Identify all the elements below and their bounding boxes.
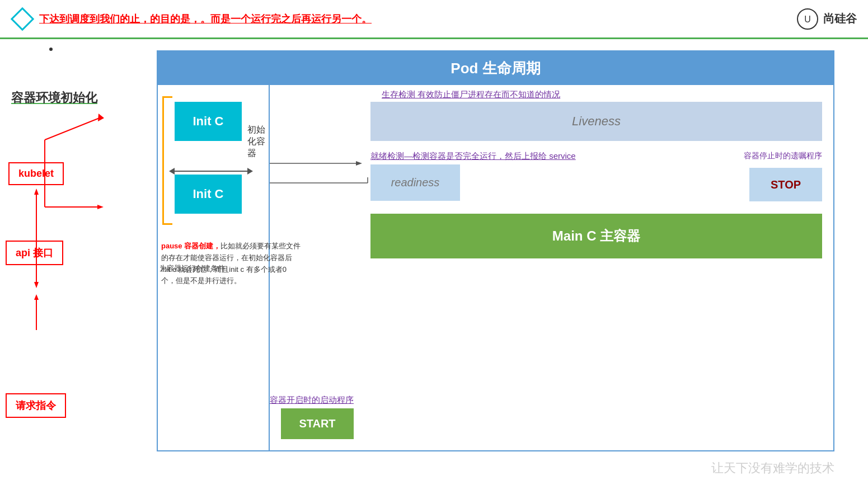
svg-marker-7 bbox=[97, 205, 104, 209]
start-box: START bbox=[281, 408, 354, 439]
arrow-line bbox=[175, 171, 247, 172]
svg-marker-11 bbox=[34, 282, 39, 288]
svg-marker-4 bbox=[98, 114, 104, 121]
init-c-bottom: Init C bbox=[175, 175, 242, 214]
svg-marker-9 bbox=[34, 189, 39, 195]
liveness-annotation: 生存检测 有效防止僵尸进程存在而不知道的情况 bbox=[382, 90, 822, 100]
orange-bracket bbox=[162, 96, 172, 225]
start-annotation: 容器开启时的启动程序 bbox=[270, 395, 354, 406]
svg-text:U: U bbox=[804, 15, 811, 24]
kubelet-box: kubelet bbox=[8, 162, 64, 185]
svg-line-3 bbox=[45, 117, 101, 140]
api-box: api 接口 bbox=[6, 241, 63, 265]
init-c-top: Init C bbox=[175, 102, 242, 141]
arrow-head-right-icon bbox=[247, 168, 253, 175]
readiness-box: readiness bbox=[370, 164, 460, 201]
init-c-label: 初始化容器 bbox=[247, 124, 269, 159]
svg-marker-13 bbox=[34, 294, 39, 300]
logo-area: U 尚硅谷 bbox=[796, 8, 857, 30]
right-section: 生存检测 有效防止僵尸进程存在而不知道的情况 Liveness 就绪检测—检测容… bbox=[270, 85, 833, 450]
stop-annotation: 容器停止时的遗嘱程序 bbox=[744, 151, 822, 161]
pause-label: pause 容器创建， bbox=[161, 242, 220, 250]
watermark: 让天下没有难学的技术 bbox=[711, 460, 834, 477]
container-init-label: 容器环境初始化 bbox=[11, 90, 97, 106]
header-text: 下达到调度到我们的止，的目的是，。而是一个运行完之后再运行另一个。 bbox=[39, 12, 796, 26]
arrow-head-left-icon bbox=[169, 168, 175, 175]
init-arrow bbox=[169, 168, 253, 175]
logo-text: 尚硅谷 bbox=[823, 11, 857, 26]
header: 下达到调度到我们的止，的目的是，。而是一个运行完之后再运行另一个。 U 尚硅谷 bbox=[0, 0, 868, 39]
request-box: 请求指令 bbox=[6, 393, 66, 418]
liveness-box: Liveness bbox=[370, 102, 822, 141]
main-c-box: Main C 主容器 bbox=[370, 214, 822, 258]
logo-icon: U bbox=[796, 8, 819, 30]
stop-box: STOP bbox=[749, 168, 822, 201]
readiness-annotation-text: 就绪检测—检测容器是否完全运行，然后上报给 service bbox=[370, 151, 576, 161]
pod-header: Pod 生命周期 bbox=[158, 51, 833, 85]
diamond-icon bbox=[11, 8, 34, 30]
left-side-panel: 容器环境初始化 kubelet api 接口 请求指令 bbox=[0, 50, 157, 451]
pause-text-block: pause 容器创建，比如就必须要有某些文件的存在才能使容器运行，在初始化容器后… bbox=[161, 241, 301, 287]
stop-annotation-text: 容器停止时的遗嘱程序 bbox=[744, 151, 822, 160]
